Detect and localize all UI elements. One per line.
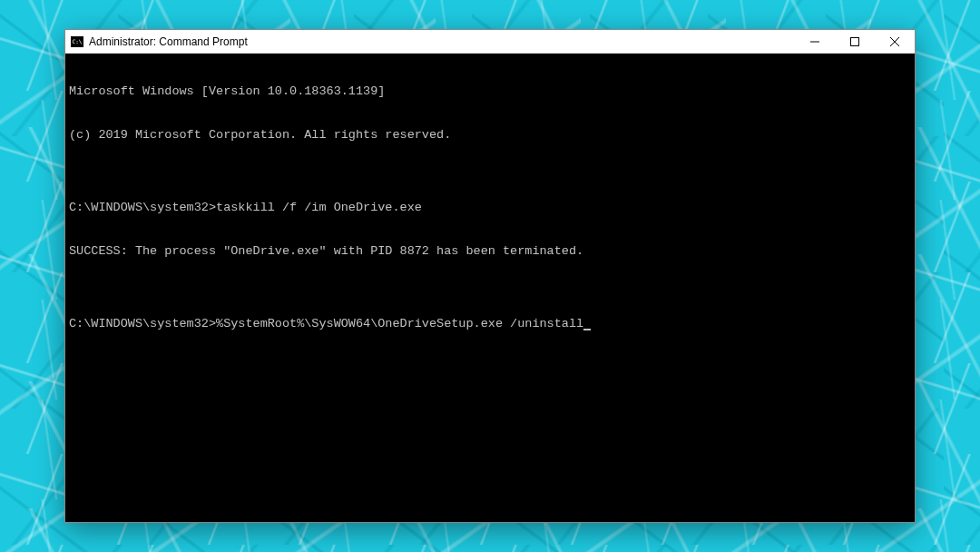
maximize-icon	[850, 37, 859, 46]
terminal-current-line: C:\WINDOWS\system32>%SystemRoot%\SysWOW6…	[69, 317, 911, 331]
terminal-output: (c) 2019 Microsoft Corporation. All righ…	[69, 128, 911, 143]
minimize-icon	[810, 37, 819, 46]
prompt: C:\WINDOWS\system32>	[69, 201, 216, 214]
command-text: taskkill /f /im OneDrive.exe	[216, 201, 422, 214]
cmd-icon	[71, 36, 83, 47]
titlebar[interactable]: Administrator: Command Prompt	[65, 30, 915, 54]
terminal-output: Microsoft Windows [Version 10.0.18363.11…	[69, 84, 911, 99]
command-prompt-window: Administrator: Command Prompt Microsoft …	[64, 29, 916, 523]
close-icon	[890, 37, 899, 46]
maximize-button[interactable]	[835, 30, 875, 54]
cursor	[583, 329, 591, 330]
terminal-output: SUCCESS: The process "OneDrive.exe" with…	[69, 244, 911, 259]
terminal-command-line: C:\WINDOWS\system32>taskkill /f /im OneD…	[69, 201, 911, 215]
window-controls	[795, 30, 915, 53]
window-title: Administrator: Command Prompt	[89, 35, 248, 48]
close-button[interactable]	[875, 30, 915, 54]
command-text: %SystemRoot%\SysWOW64\OneDriveSetup.exe …	[216, 317, 583, 331]
terminal-area[interactable]: Microsoft Windows [Version 10.0.18363.11…	[65, 54, 915, 522]
minimize-button[interactable]	[795, 30, 835, 54]
prompt: C:\WINDOWS\system32>	[69, 317, 216, 331]
svg-rect-1	[851, 38, 859, 46]
